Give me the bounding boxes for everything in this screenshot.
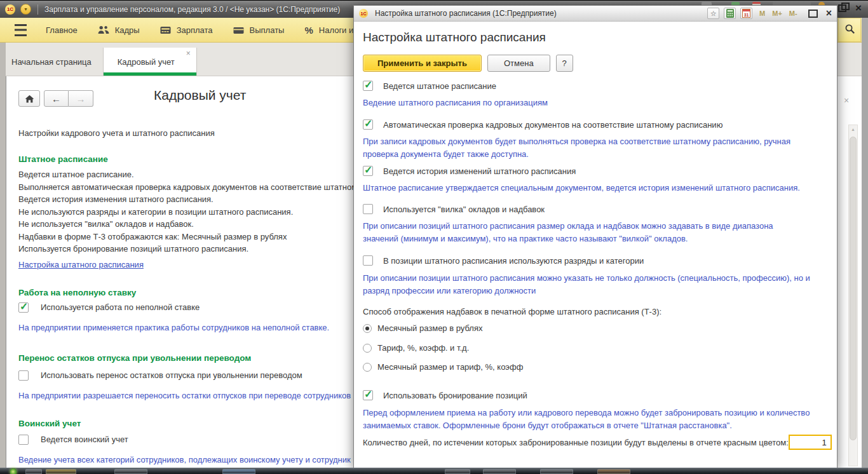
dialog-heading: Настройка штатного расписания xyxy=(363,30,827,44)
start-button[interactable] xyxy=(10,468,17,474)
hamburger-menu-icon[interactable] xyxy=(15,24,27,36)
menu-item-kadry[interactable]: Кадры xyxy=(98,25,140,35)
vacation-transfer-checkbox-label[interactable]: Использовать перенос остатков отпуска пр… xyxy=(41,370,302,380)
history-checkbox[interactable] xyxy=(363,166,373,176)
salary-range-checkbox-label[interactable]: Используется "вилка" окладов и надбавок xyxy=(383,205,545,214)
cancel-button[interactable]: Отмена xyxy=(487,55,550,72)
tab-close-icon[interactable]: × xyxy=(186,50,191,57)
menu-item-main[interactable]: Главное xyxy=(46,25,78,35)
1c-app-icon: 1С xyxy=(5,4,15,15)
checkbox-row-staffing: Ведется штатное расписание xyxy=(363,81,827,91)
panel-close-icon[interactable]: × xyxy=(844,95,849,105)
staffing-note: Ведение штатного расписания по организац… xyxy=(363,97,827,109)
page-title: Кадровый учет xyxy=(154,88,246,103)
checkbox-row-auto-check: Автоматическая проверка кадровых докумен… xyxy=(363,119,827,130)
grades-checkbox-label[interactable]: В позиции штатного расписания используют… xyxy=(383,256,644,266)
scrollbar-thumb[interactable] xyxy=(850,137,857,440)
radio-row-monthly-and-tariff: Месячный размер и тариф, %, коэфф xyxy=(363,362,827,372)
close-dialog-button[interactable]: × xyxy=(826,9,832,18)
grades-checkbox[interactable] xyxy=(363,255,373,266)
staffing-checkbox[interactable] xyxy=(363,81,373,91)
tariff-radio-label[interactable]: Тариф, %, коэфф. и т.д. xyxy=(377,343,469,353)
people-icon xyxy=(98,25,109,34)
global-search-button[interactable] xyxy=(838,18,861,42)
monthly-radio[interactable] xyxy=(363,324,372,333)
back-button[interactable]: ← xyxy=(44,90,69,107)
history-note: Штатное расписание утверждается специаль… xyxy=(363,182,827,194)
main-window-title: Зарплата и управление персоналом, редакц… xyxy=(44,5,340,14)
star-icon: ☆ xyxy=(710,10,717,18)
scroll-up-arrow-icon[interactable]: ▲ xyxy=(849,127,857,132)
search-icon xyxy=(844,24,855,37)
grades-note: При описании позиции штатного расписания… xyxy=(363,272,827,297)
system-menu-arrow-icon[interactable]: ▾ xyxy=(20,4,31,15)
monthly-and-tariff-radio[interactable] xyxy=(363,363,372,372)
staffing-checkbox-label[interactable]: Ведется штатное расписание xyxy=(383,81,496,91)
maximize-dialog-button[interactable] xyxy=(808,10,818,18)
calendar-icon: 31 xyxy=(742,9,750,18)
card-icon xyxy=(160,26,171,34)
military-checkbox-label[interactable]: Ведется воинский учет xyxy=(41,435,128,444)
part-time-checkbox[interactable] xyxy=(18,302,29,313)
checkbox-row-grades: В позиции штатного расписания используют… xyxy=(363,255,827,266)
tab-label: Начальная страница xyxy=(11,57,92,67)
days-input[interactable] xyxy=(789,435,832,450)
taskbar-button[interactable] xyxy=(25,469,42,474)
checkbox-row-history: Ведется история изменений штатного распи… xyxy=(363,166,827,176)
dialog-body: Настройка штатного расписания Применить … xyxy=(354,22,837,468)
taskbar-button[interactable] xyxy=(445,469,470,474)
military-checkbox[interactable] xyxy=(18,435,29,445)
memory-m-minus-button[interactable]: M- xyxy=(789,10,797,17)
taskbar-button[interactable] xyxy=(222,469,255,474)
vacation-transfer-checkbox[interactable] xyxy=(18,370,29,381)
window-frame-left xyxy=(0,43,6,468)
reservation-checkbox[interactable] xyxy=(363,390,373,400)
calendar-button[interactable]: 31 xyxy=(740,8,752,19)
radio-row-monthly: Месячный размер в рублях xyxy=(363,323,827,333)
tab-home-page[interactable]: Начальная страница xyxy=(0,48,104,76)
menu-item-vyplaty[interactable]: Выплаты xyxy=(233,25,285,35)
taskbar-button[interactable] xyxy=(46,469,76,474)
history-checkbox-label[interactable]: Ведется история изменений штатного распи… xyxy=(383,166,576,176)
percent-icon: % xyxy=(304,25,313,36)
memory-m-button[interactable]: M xyxy=(759,10,765,17)
restore-window-button[interactable] xyxy=(838,4,846,12)
1c-app-icon: 1С xyxy=(359,9,368,18)
help-button[interactable]: ? xyxy=(556,55,573,72)
staffing-settings-link[interactable]: Настройка штатного расписания xyxy=(18,260,144,269)
taskbar-button[interactable] xyxy=(483,469,516,474)
auto-check-checkbox-label[interactable]: Автоматическая проверка кадровых докумен… xyxy=(383,120,722,130)
tariff-radio[interactable] xyxy=(363,344,372,353)
forward-button[interactable]: → xyxy=(69,90,93,107)
taskbar-button[interactable] xyxy=(597,469,630,474)
memory-m-plus-button[interactable]: M+ xyxy=(772,10,782,17)
apply-and-close-button[interactable]: Применить и закрыть xyxy=(363,55,482,72)
salary-range-checkbox[interactable] xyxy=(363,204,373,214)
monthly-and-tariff-radio-label[interactable]: Месячный размер и тариф, %, коэфф xyxy=(377,362,523,372)
monthly-radio-label[interactable]: Месячный размер в рублях xyxy=(377,323,482,333)
tab-kadrovyi-uchet[interactable]: Кадровый учет × xyxy=(104,48,197,76)
part-time-checkbox-label[interactable]: Используется работа по неполной ставке xyxy=(41,302,200,312)
dialog-titlebar: 1С Настройка штатного расписания (1С:Пре… xyxy=(354,6,837,22)
radio-row-tariff: Тариф, %, коэфф. и т.д. xyxy=(363,343,827,353)
vertical-scrollbar[interactable]: ▲ xyxy=(848,125,858,466)
menu-label: Выплаты xyxy=(250,25,285,35)
forward-arrow-icon: → xyxy=(76,93,86,104)
back-arrow-icon: ← xyxy=(51,93,61,104)
taskbar-button[interactable] xyxy=(540,469,573,474)
home-button[interactable] xyxy=(18,90,40,107)
calculator-button[interactable] xyxy=(724,8,736,19)
reservation-checkbox-label[interactable]: Использовать бронирование позиций xyxy=(383,391,527,400)
close-window-button[interactable]: × xyxy=(855,4,862,13)
taskbar-button[interactable] xyxy=(114,469,147,474)
windows-taskbar xyxy=(0,468,868,474)
menu-label: Зарплата xyxy=(177,25,213,35)
auto-check-checkbox[interactable] xyxy=(363,119,373,130)
auto-check-note: При записи кадровых документов будет вып… xyxy=(363,135,827,161)
checkbox-row-salary-range: Используется "вилка" окладов и надбавок xyxy=(363,204,827,214)
dialog-title: Настройка штатного расписания (1С:Предпр… xyxy=(375,9,557,18)
favorites-button[interactable]: ☆ xyxy=(707,8,719,19)
menu-item-zarplata[interactable]: Зарплата xyxy=(160,25,213,35)
home-icon xyxy=(25,95,34,103)
menu-label: Кадры xyxy=(115,25,140,35)
